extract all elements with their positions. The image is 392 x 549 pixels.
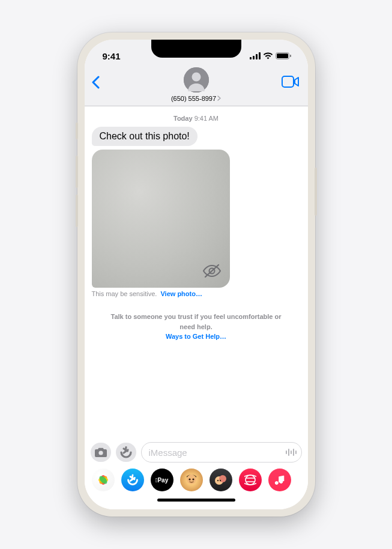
timestamp-time: 9:41 AM xyxy=(194,115,219,122)
svg-rect-17 xyxy=(295,450,297,454)
app-stickers[interactable] xyxy=(210,469,232,491)
eye-slash-icon xyxy=(202,264,222,281)
camera-button[interactable] xyxy=(91,443,111,462)
conversation-body[interactable]: Today 9:41 AM Check out this photo! This… xyxy=(85,106,308,438)
timestamp-day: Today xyxy=(173,115,193,122)
svg-point-24 xyxy=(192,478,194,480)
svg-point-23 xyxy=(188,478,190,480)
app-apple-pay[interactable]: Pay xyxy=(151,469,173,491)
ways-to-get-help-link[interactable]: Ways to Get Help… xyxy=(110,332,283,342)
view-photo-link[interactable]: View photo… xyxy=(160,290,202,297)
notch xyxy=(151,40,241,58)
facetime-button[interactable] xyxy=(282,76,300,90)
svg-point-8 xyxy=(191,73,201,82)
home-indicator-bar xyxy=(157,499,235,502)
svg-rect-16 xyxy=(293,449,294,456)
svg-rect-6 xyxy=(290,55,291,57)
svg-rect-0 xyxy=(250,57,252,59)
svg-point-29 xyxy=(246,475,255,485)
svg-point-12 xyxy=(98,450,103,455)
sensitive-content-notice: This may be sensitive. View photo… xyxy=(92,290,301,297)
status-indicators xyxy=(250,51,291,61)
app-drawer-button[interactable] xyxy=(116,443,136,462)
svg-rect-5 xyxy=(277,53,288,58)
mute-switch xyxy=(76,123,78,139)
svg-rect-3 xyxy=(259,52,261,59)
incoming-message-row: Check out this photo! xyxy=(92,127,301,150)
svg-point-26 xyxy=(219,475,226,482)
contact-name-row[interactable]: (650) 555-8997 xyxy=(171,95,221,102)
volume-up-button xyxy=(76,156,78,188)
svg-point-28 xyxy=(219,480,220,481)
wifi-icon xyxy=(263,51,273,61)
svg-rect-15 xyxy=(291,450,292,454)
dictation-button[interactable] xyxy=(282,444,299,461)
sensitive-label: This may be sensitive. xyxy=(92,290,157,297)
imessage-app-strip[interactable]: Pay xyxy=(85,465,308,494)
power-button xyxy=(315,168,317,216)
timestamp: Today 9:41 AM xyxy=(92,115,301,122)
svg-rect-9 xyxy=(282,76,294,87)
svg-rect-14 xyxy=(288,449,289,456)
conversation-header: (650) 555-8997 xyxy=(85,66,308,106)
volume-down-button xyxy=(76,195,78,227)
svg-rect-13 xyxy=(286,450,287,454)
svg-rect-1 xyxy=(253,56,255,59)
svg-point-27 xyxy=(217,480,218,481)
message-input[interactable]: iMessage xyxy=(141,442,302,463)
app-music[interactable] xyxy=(268,469,291,491)
svg-rect-2 xyxy=(256,54,258,59)
contact-avatar[interactable] xyxy=(184,67,209,93)
screen: 9:41 (650) 555-8997 xyxy=(85,40,308,509)
safety-help-text: Talk to someone you trust if you feel un… xyxy=(111,313,282,330)
contact-name-label: (650) 555-8997 xyxy=(171,95,216,102)
message-bubble-image-sensitive[interactable] xyxy=(92,150,230,288)
safety-help-block: Talk to someone you trust if you feel un… xyxy=(92,312,301,342)
message-bubble-text[interactable]: Check out this photo! xyxy=(92,127,198,146)
app-hashtag-images[interactable] xyxy=(239,469,262,491)
app-appstore[interactable] xyxy=(121,469,144,491)
message-input-placeholder: iMessage xyxy=(149,447,282,458)
status-time: 9:41 xyxy=(103,51,121,61)
app-memoji[interactable] xyxy=(180,469,203,491)
battery-icon xyxy=(276,51,291,61)
compose-bar: iMessage xyxy=(85,438,308,465)
iphone-device-frame: 9:41 (650) 555-8997 xyxy=(77,32,315,517)
apple-pay-label: Pay xyxy=(155,477,168,484)
app-photos[interactable] xyxy=(92,469,115,491)
cellular-icon xyxy=(250,51,261,61)
chevron-right-icon xyxy=(217,96,221,102)
home-indicator[interactable] xyxy=(85,494,308,509)
back-button[interactable] xyxy=(91,76,100,91)
